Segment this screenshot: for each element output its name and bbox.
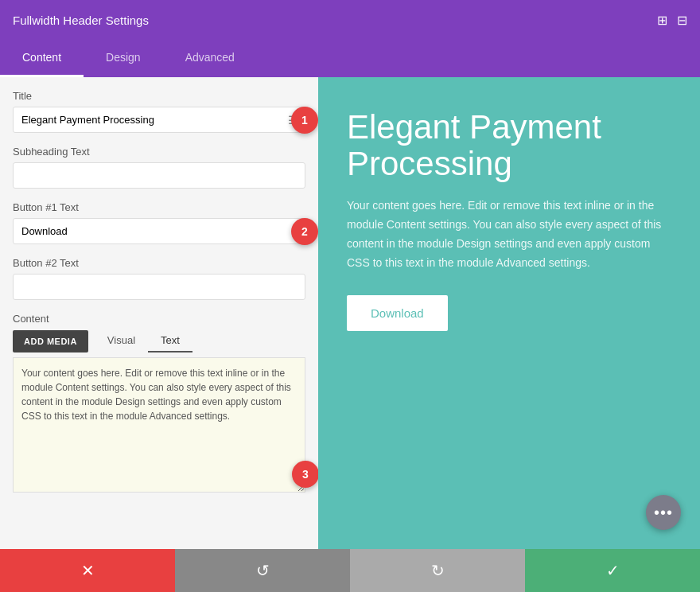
more-icon: ••• bbox=[654, 504, 673, 522]
redo-icon: ↻ bbox=[431, 561, 445, 580]
save-button[interactable]: ✓ bbox=[525, 549, 700, 592]
tab-visual[interactable]: Visual bbox=[95, 329, 148, 352]
tab-advanced[interactable]: Advanced bbox=[163, 40, 257, 77]
tab-content[interactable]: Content bbox=[0, 40, 84, 77]
tab-text[interactable]: Text bbox=[148, 329, 192, 352]
tab-design[interactable]: Design bbox=[84, 40, 163, 77]
preview-body: Your content goes here. Edit or remove t… bbox=[347, 197, 665, 272]
floating-more-button[interactable]: ••• bbox=[646, 495, 681, 530]
undo-button[interactable]: ↺ bbox=[175, 549, 350, 592]
content-label: Content bbox=[13, 313, 305, 325]
title-input[interactable] bbox=[14, 107, 282, 132]
btn2-field-group: Button #2 Text bbox=[13, 257, 305, 300]
expand-icon[interactable]: ⊞ bbox=[657, 13, 667, 28]
btn2-input[interactable] bbox=[14, 275, 305, 299]
settings-panel: Title ☷ 1 Subheading Text Button #1 Text… bbox=[0, 77, 318, 549]
preview-area: Elegant Payment Processing Your content … bbox=[318, 77, 700, 549]
btn2-input-wrapper bbox=[13, 274, 305, 300]
bottom-toolbar: ✕ ↺ ↻ ✓ bbox=[0, 549, 700, 592]
preview-download-button[interactable]: Download bbox=[347, 295, 448, 331]
title-field-group: Title ☷ 1 bbox=[13, 90, 305, 133]
btn1-input-wrapper: 2 bbox=[13, 218, 305, 244]
badge-3: 3 bbox=[292, 461, 318, 488]
preview-title: Elegant Payment Processing bbox=[347, 109, 671, 182]
subheading-field-group: Subheading Text bbox=[13, 146, 305, 189]
redo-button[interactable]: ↻ bbox=[350, 549, 525, 592]
btn1-label: Button #1 Text bbox=[13, 201, 305, 213]
tab-bar: Content Design Advanced bbox=[0, 40, 700, 77]
top-bar: Fullwidth Header Settings ⊞ ⊟ bbox=[0, 0, 700, 40]
subheading-input[interactable] bbox=[14, 163, 305, 188]
layout-icon[interactable]: ⊟ bbox=[677, 13, 687, 28]
content-textarea[interactable] bbox=[13, 357, 305, 493]
cancel-button[interactable]: ✕ bbox=[0, 549, 175, 592]
btn1-input[interactable] bbox=[14, 219, 305, 243]
save-icon: ✓ bbox=[606, 561, 620, 580]
content-field-group: Content ADD MEDIA Visual Text 3 bbox=[13, 313, 305, 496]
top-bar-icons: ⊞ ⊟ bbox=[657, 13, 687, 28]
main-content: Title ☷ 1 Subheading Text Button #1 Text… bbox=[0, 77, 700, 549]
title-label: Title bbox=[13, 90, 305, 102]
undo-icon: ↺ bbox=[256, 561, 270, 580]
settings-title: Fullwidth Header Settings bbox=[13, 14, 149, 27]
badge-1: 1 bbox=[291, 107, 318, 134]
badge-2: 2 bbox=[291, 218, 318, 245]
add-media-button[interactable]: ADD MEDIA bbox=[13, 330, 88, 352]
editor-tabs: Visual Text bbox=[95, 329, 192, 352]
cancel-icon: ✕ bbox=[81, 561, 95, 580]
editor-toolbar: ADD MEDIA Visual Text bbox=[13, 329, 305, 352]
subheading-label: Subheading Text bbox=[13, 146, 305, 158]
title-input-wrapper: ☷ 1 bbox=[13, 107, 305, 133]
btn1-field-group: Button #1 Text 2 bbox=[13, 201, 305, 244]
btn2-label: Button #2 Text bbox=[13, 257, 305, 269]
subheading-input-wrapper bbox=[13, 162, 305, 189]
